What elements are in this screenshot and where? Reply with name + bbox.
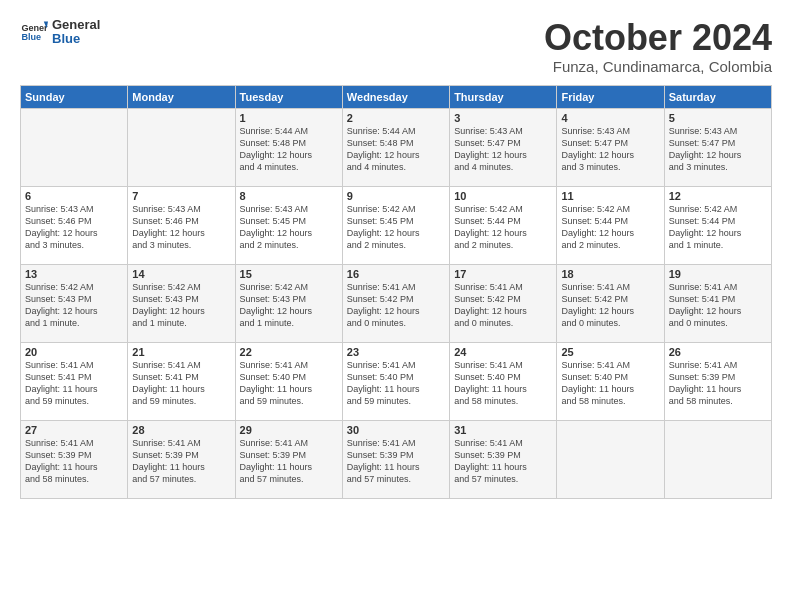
day-number: 11 (561, 190, 659, 202)
week-row-2: 13Sunrise: 5:42 AM Sunset: 5:43 PM Dayli… (21, 264, 772, 342)
day-number: 6 (25, 190, 123, 202)
day-number: 24 (454, 346, 552, 358)
week-row-3: 20Sunrise: 5:41 AM Sunset: 5:41 PM Dayli… (21, 342, 772, 420)
day-number: 28 (132, 424, 230, 436)
day-detail: Sunrise: 5:41 AM Sunset: 5:41 PM Dayligh… (132, 359, 230, 408)
cell-0-2: 1Sunrise: 5:44 AM Sunset: 5:48 PM Daylig… (235, 108, 342, 186)
day-detail: Sunrise: 5:41 AM Sunset: 5:39 PM Dayligh… (454, 437, 552, 486)
day-number: 22 (240, 346, 338, 358)
logo-icon: General Blue (20, 18, 48, 46)
cell-1-2: 8Sunrise: 5:43 AM Sunset: 5:45 PM Daylig… (235, 186, 342, 264)
cell-1-3: 9Sunrise: 5:42 AM Sunset: 5:45 PM Daylig… (342, 186, 449, 264)
day-number: 5 (669, 112, 767, 124)
day-number: 3 (454, 112, 552, 124)
cell-2-0: 13Sunrise: 5:42 AM Sunset: 5:43 PM Dayli… (21, 264, 128, 342)
day-detail: Sunrise: 5:41 AM Sunset: 5:39 PM Dayligh… (240, 437, 338, 486)
day-detail: Sunrise: 5:42 AM Sunset: 5:43 PM Dayligh… (25, 281, 123, 330)
day-number: 16 (347, 268, 445, 280)
week-row-1: 6Sunrise: 5:43 AM Sunset: 5:46 PM Daylig… (21, 186, 772, 264)
day-detail: Sunrise: 5:41 AM Sunset: 5:41 PM Dayligh… (25, 359, 123, 408)
day-detail: Sunrise: 5:43 AM Sunset: 5:47 PM Dayligh… (669, 125, 767, 174)
cell-3-5: 25Sunrise: 5:41 AM Sunset: 5:40 PM Dayli… (557, 342, 664, 420)
day-detail: Sunrise: 5:42 AM Sunset: 5:44 PM Dayligh… (561, 203, 659, 252)
day-detail: Sunrise: 5:44 AM Sunset: 5:48 PM Dayligh… (240, 125, 338, 174)
cell-1-1: 7Sunrise: 5:43 AM Sunset: 5:46 PM Daylig… (128, 186, 235, 264)
day-number: 1 (240, 112, 338, 124)
day-detail: Sunrise: 5:41 AM Sunset: 5:39 PM Dayligh… (132, 437, 230, 486)
day-number: 27 (25, 424, 123, 436)
day-detail: Sunrise: 5:41 AM Sunset: 5:41 PM Dayligh… (669, 281, 767, 330)
page: General Blue General Blue October 2024 F… (0, 0, 792, 509)
cell-2-2: 15Sunrise: 5:42 AM Sunset: 5:43 PM Dayli… (235, 264, 342, 342)
day-number: 31 (454, 424, 552, 436)
logo: General Blue General Blue (20, 18, 100, 47)
month-title: October 2024 (544, 18, 772, 58)
day-detail: Sunrise: 5:41 AM Sunset: 5:42 PM Dayligh… (347, 281, 445, 330)
day-number: 20 (25, 346, 123, 358)
day-detail: Sunrise: 5:41 AM Sunset: 5:40 PM Dayligh… (561, 359, 659, 408)
day-detail: Sunrise: 5:43 AM Sunset: 5:45 PM Dayligh… (240, 203, 338, 252)
cell-0-6: 5Sunrise: 5:43 AM Sunset: 5:47 PM Daylig… (664, 108, 771, 186)
day-detail: Sunrise: 5:42 AM Sunset: 5:43 PM Dayligh… (132, 281, 230, 330)
day-detail: Sunrise: 5:42 AM Sunset: 5:43 PM Dayligh… (240, 281, 338, 330)
day-detail: Sunrise: 5:44 AM Sunset: 5:48 PM Dayligh… (347, 125, 445, 174)
header: General Blue General Blue October 2024 F… (20, 18, 772, 75)
cell-2-5: 18Sunrise: 5:41 AM Sunset: 5:42 PM Dayli… (557, 264, 664, 342)
cell-3-4: 24Sunrise: 5:41 AM Sunset: 5:40 PM Dayli… (450, 342, 557, 420)
day-number: 8 (240, 190, 338, 202)
cell-0-5: 4Sunrise: 5:43 AM Sunset: 5:47 PM Daylig… (557, 108, 664, 186)
cell-3-2: 22Sunrise: 5:41 AM Sunset: 5:40 PM Dayli… (235, 342, 342, 420)
cell-2-1: 14Sunrise: 5:42 AM Sunset: 5:43 PM Dayli… (128, 264, 235, 342)
cell-0-1 (128, 108, 235, 186)
logo-general-text: General (52, 18, 100, 32)
day-detail: Sunrise: 5:43 AM Sunset: 5:47 PM Dayligh… (561, 125, 659, 174)
day-number: 4 (561, 112, 659, 124)
day-number: 15 (240, 268, 338, 280)
cell-3-1: 21Sunrise: 5:41 AM Sunset: 5:41 PM Dayli… (128, 342, 235, 420)
cell-3-3: 23Sunrise: 5:41 AM Sunset: 5:40 PM Dayli… (342, 342, 449, 420)
cell-3-0: 20Sunrise: 5:41 AM Sunset: 5:41 PM Dayli… (21, 342, 128, 420)
cell-1-5: 11Sunrise: 5:42 AM Sunset: 5:44 PM Dayli… (557, 186, 664, 264)
cell-4-6 (664, 420, 771, 498)
cell-1-6: 12Sunrise: 5:42 AM Sunset: 5:44 PM Dayli… (664, 186, 771, 264)
svg-text:General: General (21, 23, 48, 33)
day-number: 13 (25, 268, 123, 280)
cell-0-3: 2Sunrise: 5:44 AM Sunset: 5:48 PM Daylig… (342, 108, 449, 186)
cell-1-0: 6Sunrise: 5:43 AM Sunset: 5:46 PM Daylig… (21, 186, 128, 264)
day-number: 17 (454, 268, 552, 280)
day-number: 12 (669, 190, 767, 202)
day-number: 26 (669, 346, 767, 358)
day-detail: Sunrise: 5:41 AM Sunset: 5:42 PM Dayligh… (454, 281, 552, 330)
day-detail: Sunrise: 5:42 AM Sunset: 5:44 PM Dayligh… (669, 203, 767, 252)
day-number: 21 (132, 346, 230, 358)
day-detail: Sunrise: 5:43 AM Sunset: 5:47 PM Dayligh… (454, 125, 552, 174)
cell-4-1: 28Sunrise: 5:41 AM Sunset: 5:39 PM Dayli… (128, 420, 235, 498)
day-number: 29 (240, 424, 338, 436)
cell-4-4: 31Sunrise: 5:41 AM Sunset: 5:39 PM Dayli… (450, 420, 557, 498)
cell-0-0 (21, 108, 128, 186)
day-number: 23 (347, 346, 445, 358)
header-row: Sunday Monday Tuesday Wednesday Thursday… (21, 85, 772, 108)
week-row-4: 27Sunrise: 5:41 AM Sunset: 5:39 PM Dayli… (21, 420, 772, 498)
cell-4-2: 29Sunrise: 5:41 AM Sunset: 5:39 PM Dayli… (235, 420, 342, 498)
day-detail: Sunrise: 5:42 AM Sunset: 5:44 PM Dayligh… (454, 203, 552, 252)
cell-1-4: 10Sunrise: 5:42 AM Sunset: 5:44 PM Dayli… (450, 186, 557, 264)
col-wednesday: Wednesday (342, 85, 449, 108)
col-tuesday: Tuesday (235, 85, 342, 108)
day-number: 7 (132, 190, 230, 202)
day-number: 10 (454, 190, 552, 202)
cell-0-4: 3Sunrise: 5:43 AM Sunset: 5:47 PM Daylig… (450, 108, 557, 186)
cell-4-5 (557, 420, 664, 498)
day-detail: Sunrise: 5:41 AM Sunset: 5:39 PM Dayligh… (347, 437, 445, 486)
col-friday: Friday (557, 85, 664, 108)
title-block: October 2024 Funza, Cundinamarca, Colomb… (544, 18, 772, 75)
week-row-0: 1Sunrise: 5:44 AM Sunset: 5:48 PM Daylig… (21, 108, 772, 186)
day-detail: Sunrise: 5:43 AM Sunset: 5:46 PM Dayligh… (25, 203, 123, 252)
cell-4-3: 30Sunrise: 5:41 AM Sunset: 5:39 PM Dayli… (342, 420, 449, 498)
cell-3-6: 26Sunrise: 5:41 AM Sunset: 5:39 PM Dayli… (664, 342, 771, 420)
day-number: 2 (347, 112, 445, 124)
day-detail: Sunrise: 5:41 AM Sunset: 5:39 PM Dayligh… (25, 437, 123, 486)
day-detail: Sunrise: 5:41 AM Sunset: 5:40 PM Dayligh… (347, 359, 445, 408)
cell-2-6: 19Sunrise: 5:41 AM Sunset: 5:41 PM Dayli… (664, 264, 771, 342)
col-sunday: Sunday (21, 85, 128, 108)
